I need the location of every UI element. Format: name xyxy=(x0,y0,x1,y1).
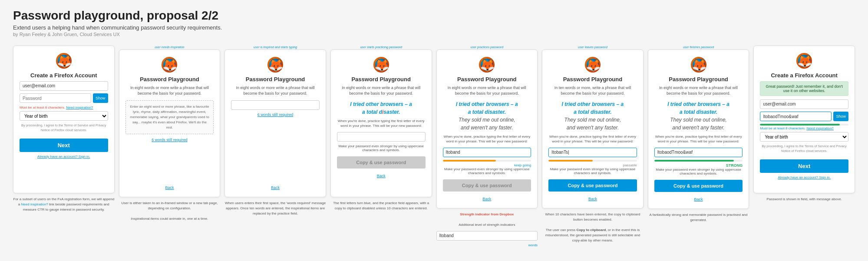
frame1: Create a Firefox Account user@email.com … xyxy=(13,46,115,193)
page-author: by Ryan Feeley & John Gruen, Cloud Servi… xyxy=(13,32,855,37)
email-field-1[interactable]: user@email.com xyxy=(20,81,108,91)
frame7-subtitle: In eight words or more write a phrase th… xyxy=(654,85,743,96)
firefox-logo-8 xyxy=(796,53,812,69)
copy-use-btn-6[interactable]: Copy & use password xyxy=(548,179,637,192)
make-stronger-7: Make your password even stronger by usin… xyxy=(654,168,743,175)
strength-fill-7 xyxy=(654,160,734,162)
firefox-logo-6 xyxy=(585,57,601,73)
password-display-4: I tried other browsers – aa total disast… xyxy=(337,100,426,116)
great-message: Great password! Just remember it, and do… xyxy=(760,81,848,96)
password-row-8: Show xyxy=(760,112,848,121)
practice-text-6: When you're done, practice typing the fi… xyxy=(548,134,637,144)
back-link-7[interactable]: Back xyxy=(694,197,703,202)
frame2-wrapper: user needs inspiration Password Playgrou… xyxy=(119,46,221,221)
frame8-annotation: Password is shown in field, with message… xyxy=(766,197,842,202)
frame8-wrapper: Create a Firefox Account Great password!… xyxy=(753,46,855,202)
back-link-2[interactable]: Back xyxy=(165,185,174,190)
frame6-user-label: user leaves password xyxy=(578,46,607,49)
frame7-user-label: user finishes password xyxy=(683,46,714,49)
strength-bar-5 xyxy=(443,160,531,162)
passable-label-6: passable xyxy=(548,163,637,167)
frame7: Password Playground In eight words or mo… xyxy=(648,50,749,209)
frame1-title: Create a Firefox Account xyxy=(30,72,97,79)
frame5: Password Playground In eight words or mo… xyxy=(436,50,538,208)
frame1-wrapper: Create a Firefox Account user@email.com … xyxy=(13,46,115,212)
frame5-user-label: user practices password xyxy=(471,46,503,49)
next-button-8[interactable]: Next xyxy=(760,159,848,173)
strong-label-7: STRONG xyxy=(654,163,743,168)
frame6-subtitle: In ten words or more, write a phrase tha… xyxy=(548,85,637,96)
frame7-annotation: A fantastically strong and memorable pas… xyxy=(648,212,749,223)
email-field-8[interactable]: user@email.com xyxy=(760,99,848,109)
already-account-link-1[interactable]: Already have an account? Sign in. xyxy=(37,155,90,159)
strength-bar-8 xyxy=(760,124,848,126)
next-button-1[interactable]: Next xyxy=(20,139,108,152)
words-required-2: 6 words still required xyxy=(125,138,214,142)
frame5-annotation: Strength indicator from DropboxAdditiona… xyxy=(459,212,515,228)
make-stronger-5: Make your password even stronger by usin… xyxy=(443,167,531,175)
practice-text-4: When you're done, practice typing the fi… xyxy=(337,119,426,128)
back-link-3[interactable]: Back xyxy=(271,185,280,190)
frame1-annotation: For a subset of users on the FxA registr… xyxy=(13,197,115,212)
need-inspiration-link-8[interactable]: Need inspiration? xyxy=(807,126,834,130)
practice-input-5[interactable] xyxy=(443,148,531,157)
need-inspiration-link[interactable]: Need inspiration? xyxy=(66,106,93,109)
password-hint-1: Must be at least 8 characters. Need insp… xyxy=(20,106,108,109)
firefox-logo-5 xyxy=(479,57,495,73)
password-input-8[interactable] xyxy=(760,112,832,121)
frame6-title: Password Playground xyxy=(563,76,623,83)
page-subtitle: Extend users a helping hand when communi… xyxy=(13,24,855,31)
password-row-1: Show xyxy=(20,93,108,103)
frame4: Password Playground In eight words or mo… xyxy=(330,50,432,197)
password-display-6: I tried other browsers – aa total disast… xyxy=(548,100,637,132)
firefox-logo-3 xyxy=(267,57,283,73)
frame4-wrapper: user starts practicing password Password… xyxy=(330,46,432,211)
frame8-title: Create a Firefox Account xyxy=(771,72,837,79)
practice-input-4[interactable] xyxy=(337,132,426,142)
practice-text-7: When you're done, practice typing the fi… xyxy=(654,134,743,144)
make-stronger-4: Make your password even stronger by usin… xyxy=(337,144,426,152)
copy-use-btn-7[interactable]: Copy & use password xyxy=(654,180,743,192)
birth-year-select-1[interactable]: Year of birth xyxy=(20,111,108,121)
show-password-btn-8[interactable]: Show xyxy=(833,112,848,121)
frame8: Create a Firefox Account Great password!… xyxy=(753,46,855,193)
frame3-user-label: user is inspired and starts typing xyxy=(254,46,297,49)
practice-input-6[interactable] xyxy=(548,148,637,157)
frame3-title: Password Playground xyxy=(246,76,305,83)
firefox-logo-1 xyxy=(56,53,72,69)
frame7-title: Password Playground xyxy=(669,76,728,83)
back-link-6[interactable]: Back xyxy=(588,197,597,201)
show-password-btn-1[interactable]: Show xyxy=(93,93,108,103)
terms-text-8: By proceeding, I agree to the Terms of S… xyxy=(760,144,848,153)
terms-text-1: By proceeding, I agree to the Terms of S… xyxy=(20,123,108,132)
birth-year-select-8[interactable]: Year of birth xyxy=(760,132,848,142)
back-link-4[interactable]: Back xyxy=(377,174,386,178)
strength-fill-5 xyxy=(443,160,496,162)
already-account-link-8[interactable]: Already have an account? Sign in. xyxy=(778,175,830,179)
frame2-annotation: User is either taken to an in-framed win… xyxy=(119,201,221,221)
firefox-logo-7 xyxy=(691,57,706,73)
keep-going-label-5: keep going xyxy=(443,163,531,167)
extra-practice-input-5[interactable] xyxy=(436,231,538,241)
strength-bar-7 xyxy=(654,160,743,162)
back-link-5[interactable]: Back xyxy=(482,197,491,201)
copy-use-btn-5: Copy & use password xyxy=(443,179,531,192)
frame5-subtitle: In eight words or more write a phrase th… xyxy=(443,85,531,96)
frame7-wrapper: user finishes password Password Playgrou… xyxy=(648,46,749,223)
frame3-annotation: When users enters their first space, the… xyxy=(224,201,326,216)
phrase-input-3[interactable] xyxy=(231,100,320,110)
frame4-subtitle: In eight words or more write a phrase th… xyxy=(337,85,426,96)
frame6-wrapper: user leaves password Password Playground… xyxy=(542,46,644,243)
practice-text-5: When you're done, practice typing the fi… xyxy=(443,134,531,144)
firefox-logo-4 xyxy=(373,57,389,73)
strength-fill-8 xyxy=(760,124,839,126)
frame3-subtitle: In eight words or more write a phrase th… xyxy=(231,85,320,96)
inspiration-box: Enter an eight word or more phrase, like… xyxy=(125,100,214,134)
frame5-wrapper: user practices password Password Playgro… xyxy=(436,46,538,247)
frames-container: Create a Firefox Account user@email.com … xyxy=(13,46,855,247)
copy-use-btn-4: Copy & use password xyxy=(337,156,426,168)
practice-input-7[interactable] xyxy=(654,148,743,157)
password-input-1[interactable] xyxy=(20,93,91,103)
make-stronger-6: Make your password even stronger by usin… xyxy=(548,167,637,175)
strength-fill-6 xyxy=(548,160,593,162)
